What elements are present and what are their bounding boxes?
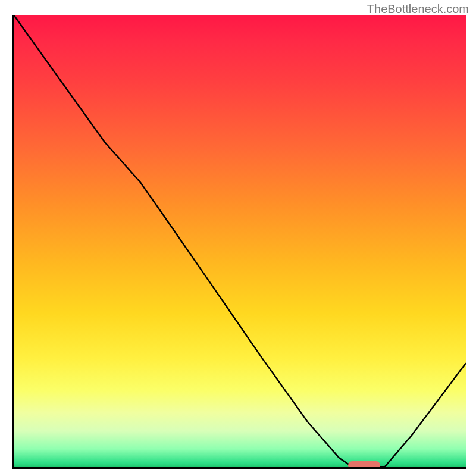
chart-line xyxy=(14,15,466,467)
chart-plot-area xyxy=(12,15,466,469)
chart-marker xyxy=(348,461,380,469)
watermark-text: TheBottleneck.com xyxy=(367,2,469,16)
